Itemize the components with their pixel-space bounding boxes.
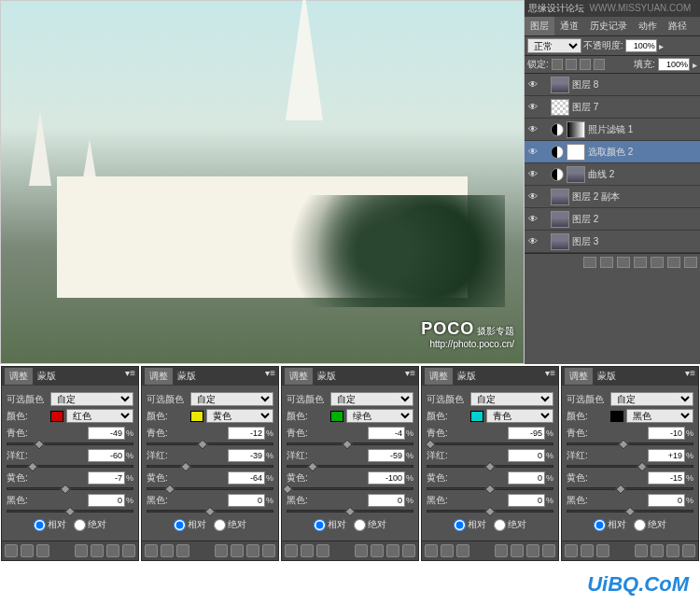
color-select[interactable]: 绿色 [346, 409, 413, 423]
slider-value-input[interactable] [648, 427, 685, 440]
slider-value-input[interactable] [648, 471, 685, 485]
slider-value-input[interactable] [228, 449, 265, 462]
visibility-eye-icon[interactable]: 👁 [526, 101, 539, 114]
visibility-eye-icon[interactable]: 👁 [526, 168, 539, 181]
tab-actions[interactable]: 动作 [633, 17, 663, 35]
layer-mask-thumb[interactable] [567, 144, 585, 161]
slider-value-input[interactable] [648, 494, 685, 507]
toggle-icon[interactable] [145, 544, 158, 557]
slider-value-input[interactable] [508, 449, 545, 462]
eye-icon[interactable] [511, 544, 524, 557]
slider-handle-icon[interactable] [308, 461, 318, 471]
layer-row[interactable]: 👁图层 3 [525, 231, 700, 253]
clip-icon[interactable] [75, 544, 88, 557]
visibility-eye-icon[interactable]: 👁 [526, 213, 539, 226]
slider-track[interactable] [7, 510, 133, 513]
reset-icon[interactable] [456, 544, 469, 557]
layer-mask-thumb[interactable] [567, 121, 585, 138]
clip-icon[interactable] [215, 544, 228, 557]
layer-row[interactable]: 👁图层 8 [525, 74, 700, 96]
panel-menu-icon[interactable]: ▾≡ [545, 368, 555, 385]
slider-handle-icon[interactable] [343, 439, 353, 449]
lock-move-icon[interactable] [580, 59, 591, 70]
eye-icon[interactable] [91, 544, 104, 557]
trash-icon[interactable] [262, 544, 275, 557]
preset-select[interactable]: 自定 [50, 392, 133, 406]
clip-icon[interactable] [355, 544, 368, 557]
slider-value-input[interactable] [88, 471, 125, 485]
relative-radio[interactable]: 相对 [594, 518, 626, 531]
tab-adjust[interactable]: 调整 [5, 368, 33, 385]
blend-mode-select[interactable]: 正常 [527, 38, 581, 53]
slider-handle-icon[interactable] [197, 439, 207, 449]
tab-history[interactable]: 历史记录 [584, 17, 633, 35]
visibility-eye-icon[interactable]: 👁 [526, 146, 539, 159]
slider-track[interactable] [427, 487, 553, 490]
link-icon[interactable] [583, 257, 596, 268]
slider-track[interactable] [287, 510, 413, 513]
absolute-radio[interactable]: 绝对 [354, 518, 386, 531]
lock-transparent-icon[interactable] [552, 59, 563, 70]
new-layer-icon[interactable] [667, 257, 680, 268]
slider-track[interactable] [427, 442, 553, 445]
layer-mask-thumb[interactable] [567, 166, 585, 183]
reset-icon[interactable] [316, 544, 329, 557]
reset-icon[interactable] [596, 544, 609, 557]
slider-track[interactable] [7, 487, 133, 490]
revert-icon[interactable] [106, 544, 119, 557]
slider-handle-icon[interactable] [484, 461, 495, 471]
relative-radio[interactable]: 相对 [174, 518, 206, 531]
adjustment-icon[interactable] [634, 257, 647, 268]
reset-icon[interactable] [176, 544, 189, 557]
slider-handle-icon[interactable] [484, 484, 495, 494]
tab-adjust[interactable]: 调整 [285, 368, 313, 385]
tab-channels[interactable]: 通道 [554, 17, 584, 35]
panel-menu-icon[interactable]: ▾≡ [265, 368, 275, 385]
toggle-icon[interactable] [5, 544, 18, 557]
eye-icon[interactable] [651, 544, 664, 557]
view-previous-icon[interactable] [441, 544, 454, 557]
trash-icon[interactable] [402, 544, 415, 557]
lock-all-icon[interactable] [594, 59, 605, 70]
relative-radio[interactable]: 相对 [314, 518, 346, 531]
toggle-icon[interactable] [425, 544, 438, 557]
slider-value-input[interactable] [368, 449, 405, 462]
trash-icon[interactable] [542, 544, 555, 557]
slider-handle-icon[interactable] [344, 506, 355, 516]
color-select[interactable]: 黄色 [206, 409, 273, 423]
color-select[interactable]: 黑色 [626, 409, 693, 423]
chevron-right-icon[interactable]: ▸ [659, 41, 664, 51]
toggle-icon[interactable] [285, 544, 298, 557]
color-select[interactable]: 红色 [66, 409, 133, 423]
mask-icon[interactable] [617, 257, 630, 268]
slider-value-input[interactable] [368, 427, 405, 440]
revert-icon[interactable] [526, 544, 539, 557]
layer-thumb[interactable] [551, 77, 569, 93]
tab-mask[interactable]: 蒙版 [173, 368, 201, 385]
absolute-radio[interactable]: 绝对 [74, 518, 106, 531]
fill-input[interactable] [658, 58, 690, 71]
group-icon[interactable] [651, 257, 664, 268]
panel-menu-icon[interactable]: ▾≡ [405, 368, 415, 385]
layer-row[interactable]: 👁照片滤镜 1 [525, 119, 700, 141]
slider-value-input[interactable] [228, 494, 265, 507]
lock-paint-icon[interactable] [566, 59, 577, 70]
layer-thumb[interactable] [551, 211, 569, 228]
slider-handle-icon[interactable] [637, 461, 647, 471]
tab-mask[interactable]: 蒙版 [313, 368, 341, 385]
slider-value-input[interactable] [228, 427, 265, 440]
color-select[interactable]: 青色 [486, 409, 553, 423]
tab-layers[interactable]: 图层 [525, 17, 554, 35]
tab-adjust[interactable]: 调整 [145, 368, 173, 385]
slider-track[interactable] [7, 465, 133, 468]
layer-row[interactable]: 👁选取颜色 2 [525, 141, 700, 163]
slider-handle-icon[interactable] [61, 484, 71, 494]
slider-handle-icon[interactable] [624, 506, 635, 516]
slider-handle-icon[interactable] [27, 461, 37, 471]
slider-handle-icon[interactable] [180, 461, 190, 471]
slider-track[interactable] [7, 442, 133, 445]
layer-thumb[interactable] [551, 99, 569, 116]
view-previous-icon[interactable] [161, 544, 174, 557]
slider-value-input[interactable] [508, 494, 545, 507]
preset-select[interactable]: 自定 [190, 392, 273, 406]
